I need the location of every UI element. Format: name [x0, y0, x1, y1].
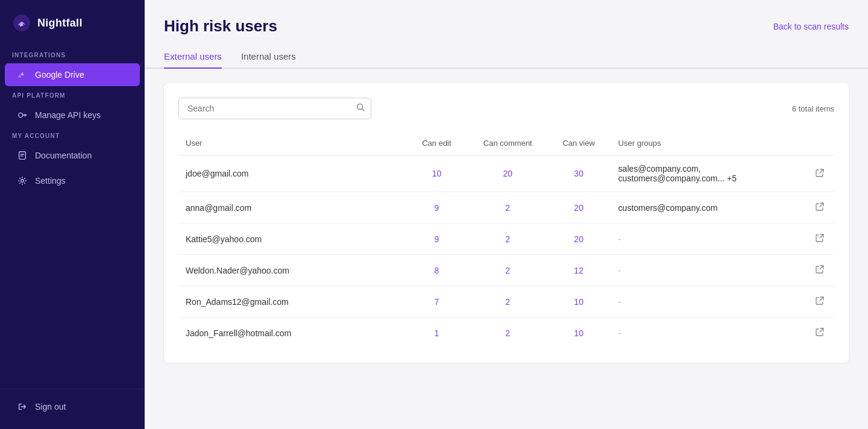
cell-can-view: 30	[547, 155, 611, 192]
cell-action	[805, 286, 834, 318]
cell-user-groups: sales@company.com, customers@company.com…	[611, 155, 805, 192]
cell-can-comment: 20	[469, 155, 547, 192]
col-header-can-comment: Can comment	[469, 134, 547, 155]
tab-internal-users[interactable]: Internal users	[241, 45, 296, 69]
sign-out-button[interactable]: Sign out	[5, 395, 140, 418]
table-row: jdoe@gmail.com 10 20 30 sales@company.co…	[178, 155, 834, 192]
cell-can-edit: 10	[404, 155, 469, 192]
cell-user: Kattie5@yahoo.com	[178, 224, 404, 255]
users-table: User Can edit Can comment Can view User	[178, 134, 834, 348]
table-header: User Can edit Can comment Can view User	[178, 134, 834, 155]
cell-can-comment: 2	[469, 255, 547, 286]
cell-action	[805, 318, 834, 349]
settings-icon	[17, 175, 28, 186]
search-input[interactable]	[178, 98, 371, 119]
cell-user-groups: -	[611, 318, 805, 349]
cell-action	[805, 155, 834, 192]
app-logo: Nightfall	[0, 0, 145, 47]
search-input-wrap	[178, 98, 371, 119]
sidebar-bottom: Sign out	[0, 389, 145, 429]
nightfall-logo-icon	[12, 13, 31, 33]
cell-action	[805, 192, 834, 224]
total-items-label: 6 total items	[792, 104, 834, 113]
open-external-link-button[interactable]	[813, 326, 827, 340]
svg-point-3	[21, 180, 24, 183]
cell-can-view: 10	[547, 286, 611, 318]
search-row: 6 total items	[178, 98, 834, 119]
section-label-api: API PLATFORM	[0, 87, 145, 102]
cell-can-comment: 2	[469, 192, 547, 224]
sidebar-item-manage-api-keys-label: Manage API keys	[35, 110, 101, 120]
sidebar: Nightfall INTEGRATIONS Google Drive API …	[0, 0, 145, 429]
cell-user-groups: -	[611, 286, 805, 318]
cell-can-view: 12	[547, 255, 611, 286]
table-row: anna@gmail.com 9 2 20 customers@company.…	[178, 192, 834, 224]
col-header-action	[805, 134, 834, 155]
section-label-integrations: INTEGRATIONS	[0, 47, 145, 62]
col-header-user: User	[178, 134, 404, 155]
page-title: High risk users	[164, 17, 277, 36]
documentation-icon	[17, 150, 28, 161]
open-external-link-button[interactable]	[813, 167, 827, 181]
page-content: 6 total items User Can edit Can comment	[145, 69, 868, 429]
sidebar-item-settings-label: Settings	[35, 176, 66, 186]
cell-can-comment: 2	[469, 286, 547, 318]
sign-out-icon	[17, 401, 28, 412]
cell-user: Ron_Adams12@gmail.com	[178, 286, 404, 318]
open-external-link-button[interactable]	[813, 201, 827, 214]
table-row: Weldon.Nader@yahoo.com 8 2 12 -	[178, 255, 834, 286]
cell-can-edit: 7	[404, 286, 469, 318]
sidebar-item-documentation[interactable]: Documentation	[5, 144, 140, 167]
cell-user-groups: -	[611, 224, 805, 255]
section-label-account: MY ACCOUNT	[0, 128, 145, 143]
sidebar-item-settings[interactable]: Settings	[5, 169, 140, 192]
cell-can-comment: 2	[469, 318, 547, 349]
table-row: Jadon_Farrell@hotmail.com 1 2 10 -	[178, 318, 834, 349]
sign-out-label: Sign out	[35, 402, 66, 412]
col-header-user-groups: User groups	[611, 134, 805, 155]
table-row: Ron_Adams12@gmail.com 7 2 10 -	[178, 286, 834, 318]
cell-can-comment: 2	[469, 224, 547, 255]
cell-can-edit: 9	[404, 224, 469, 255]
table-body: jdoe@gmail.com 10 20 30 sales@company.co…	[178, 155, 834, 349]
col-header-can-edit: Can edit	[404, 134, 469, 155]
cell-can-view: 20	[547, 224, 611, 255]
svg-point-1	[19, 113, 23, 117]
google-drive-icon	[17, 69, 28, 80]
open-external-link-button[interactable]	[813, 263, 827, 277]
sidebar-item-manage-api-keys[interactable]: Manage API keys	[5, 104, 140, 127]
page-header: High risk users Back to scan results	[145, 0, 868, 45]
content-card: 6 total items User Can edit Can comment	[164, 83, 849, 363]
cell-can-edit: 1	[404, 318, 469, 349]
cell-can-view: 20	[547, 192, 611, 224]
col-header-can-view: Can view	[547, 134, 611, 155]
cell-can-view: 10	[547, 318, 611, 349]
svg-rect-2	[19, 152, 26, 160]
cell-user-groups: -	[611, 255, 805, 286]
cell-user: anna@gmail.com	[178, 192, 404, 224]
cell-user: jdoe@gmail.com	[178, 155, 404, 192]
main-content: High risk users Back to scan results Ext…	[145, 0, 868, 429]
sidebar-item-google-drive[interactable]: Google Drive	[5, 63, 140, 86]
cell-can-edit: 8	[404, 255, 469, 286]
cell-user: Jadon_Farrell@hotmail.com	[178, 318, 404, 349]
app-name: Nightfall	[37, 17, 83, 30]
back-to-scan-results-link[interactable]: Back to scan results	[773, 22, 849, 31]
sidebar-item-google-drive-label: Google Drive	[35, 70, 84, 80]
cell-can-edit: 9	[404, 192, 469, 224]
tabs-bar: External users Internal users	[145, 45, 868, 69]
api-key-icon	[17, 110, 28, 121]
cell-user-groups: customers@company.com	[611, 192, 805, 224]
cell-action	[805, 255, 834, 286]
sidebar-item-documentation-label: Documentation	[35, 151, 92, 160]
cell-user: Weldon.Nader@yahoo.com	[178, 255, 404, 286]
cell-action	[805, 224, 834, 255]
table-row: Kattie5@yahoo.com 9 2 20 -	[178, 224, 834, 255]
open-external-link-button[interactable]	[813, 295, 827, 308]
tab-external-users[interactable]: External users	[164, 45, 222, 69]
open-external-link-button[interactable]	[813, 232, 827, 246]
